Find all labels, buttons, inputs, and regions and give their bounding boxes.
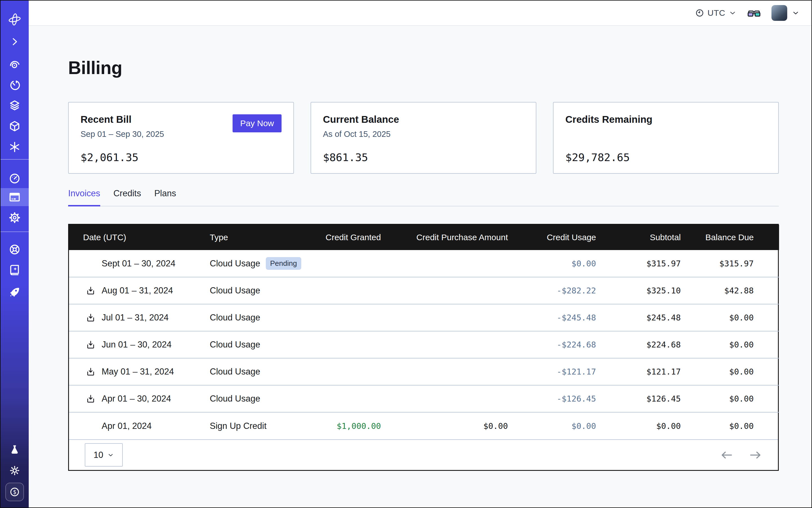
sidebar: $ xyxy=(1,1,29,507)
gauge-icon[interactable] xyxy=(1,172,29,185)
chevron-down-icon xyxy=(792,9,800,17)
arrow-left-icon xyxy=(720,450,733,460)
gear-icon[interactable] xyxy=(1,211,29,224)
chevron-right-icon[interactable] xyxy=(1,35,29,48)
col-date: Date (UTC) xyxy=(69,225,210,250)
credits-remaining-card: Credits Remaining $29,782.65 xyxy=(553,102,779,174)
view-mode-button[interactable] xyxy=(747,8,761,18)
rocket-icon[interactable] xyxy=(1,285,29,298)
subtotal: $245.48 xyxy=(596,304,681,331)
tab-plans[interactable]: Plans xyxy=(154,188,176,206)
book-icon[interactable] xyxy=(1,263,29,277)
table-footer: 10 xyxy=(69,439,778,470)
invoice-row: Apr 01 – 30, 2024 Cloud Usage -$126.45 $… xyxy=(69,385,779,412)
download-invoice-button[interactable] xyxy=(86,286,95,295)
credit-granted: $1,000.00 xyxy=(303,412,381,439)
tab-invoices[interactable]: Invoices xyxy=(68,188,100,206)
balance-due: $0.00 xyxy=(681,412,779,439)
col-balance-due: Balance Due xyxy=(681,225,779,250)
pagination-controls xyxy=(720,450,762,460)
timezone-selector[interactable]: UTC xyxy=(695,8,736,18)
subtotal: $0.00 xyxy=(596,412,681,439)
card-title: Current Balance xyxy=(323,114,524,125)
user-menu[interactable] xyxy=(771,5,800,21)
spiral-icon[interactable] xyxy=(1,58,29,72)
credit-usage: $0.00 xyxy=(508,250,596,277)
invoice-date: Jul 01 – 31, 2024 xyxy=(102,312,169,323)
sidebar-divider xyxy=(1,159,29,160)
credits-status-button[interactable]: $ xyxy=(5,483,24,501)
balance-due: $315.97 xyxy=(681,250,779,277)
timezone-label: UTC xyxy=(708,8,725,18)
arrow-right-icon xyxy=(749,450,762,460)
page-title: Billing xyxy=(68,57,779,78)
history-icon[interactable] xyxy=(1,78,29,92)
subtotal: $325.10 xyxy=(596,277,681,304)
recent-bill-amount: $2,061.35 xyxy=(81,151,282,164)
invoice-type: Cloud Usage xyxy=(210,367,260,377)
download-invoice-button[interactable] xyxy=(86,394,95,404)
invoice-type: Cloud Usage xyxy=(210,286,260,295)
download-invoice-button[interactable] xyxy=(86,340,95,349)
invoice-date: Apr 01 – 30, 2024 xyxy=(102,394,171,404)
layers-icon[interactable] xyxy=(1,98,29,112)
credit-usage: -$126.45 xyxy=(508,385,596,412)
orbit-logo-icon[interactable] xyxy=(1,13,29,26)
sun-icon[interactable] xyxy=(1,464,29,477)
invoice-row: Apr 01, 2024 Sign Up Credit $1,000.00 $0… xyxy=(69,412,779,439)
current-balance-amount: $861.35 xyxy=(323,151,524,164)
col-type: Type xyxy=(210,225,303,250)
sidebar-item-billing[interactable] xyxy=(1,188,29,206)
credit-card-icon xyxy=(8,190,21,204)
credit-usage: -$282.22 xyxy=(508,277,596,304)
current-balance-card: Current Balance As of Oct 15, 2025 $861.… xyxy=(310,102,537,174)
svg-text:$: $ xyxy=(13,489,16,495)
status-badge: Pending xyxy=(266,257,301,270)
table-header-row: Date (UTC) Type Credit Granted Credit Pu… xyxy=(69,225,779,250)
balance-due: $0.00 xyxy=(681,304,779,331)
invoice-date: May 01 – 31, 2024 xyxy=(102,367,174,377)
col-subtotal: Subtotal xyxy=(596,225,681,250)
invoice-type: Cloud Usage xyxy=(210,312,260,323)
download-invoice-button[interactable] xyxy=(86,313,95,323)
subtotal: $121.17 xyxy=(596,358,681,385)
credit-usage: $0.00 xyxy=(508,412,596,439)
balance-due: $0.00 xyxy=(681,385,779,412)
subtotal: $315.97 xyxy=(596,250,681,277)
sidebar-divider xyxy=(1,231,29,232)
balance-due: $0.00 xyxy=(681,331,779,358)
glasses-icon xyxy=(747,8,761,18)
download-invoice-button[interactable] xyxy=(86,367,95,377)
card-title: Credits Remaining xyxy=(565,114,766,125)
app-window: $ UTC xyxy=(0,0,812,508)
tab-credits[interactable]: Credits xyxy=(114,188,141,206)
clock-icon xyxy=(695,8,704,17)
flask-icon[interactable] xyxy=(1,443,29,457)
card-subtitle: As of Oct 15, 2025 xyxy=(323,130,524,139)
wheel-icon[interactable] xyxy=(1,243,29,256)
pay-now-button[interactable]: Pay Now xyxy=(232,114,282,132)
credit-usage: -$121.17 xyxy=(508,358,596,385)
dollar-badge-icon: $ xyxy=(9,486,20,498)
invoice-date: Aug 01 – 31, 2024 xyxy=(102,286,173,296)
invoice-row: Sept 01 – 30, 2024 Cloud UsagePending $0… xyxy=(69,250,779,277)
previous-page-button[interactable] xyxy=(720,450,733,460)
next-page-button[interactable] xyxy=(749,450,762,460)
page-size-select[interactable]: 10 xyxy=(85,443,123,467)
chevron-down-icon xyxy=(107,452,114,458)
asterisk-icon[interactable] xyxy=(1,140,29,154)
invoice-row: Aug 01 – 31, 2024 Cloud Usage -$282.22 $… xyxy=(69,277,779,304)
invoices-table: Date (UTC) Type Credit Granted Credit Pu… xyxy=(68,224,779,471)
download-icon xyxy=(86,340,95,349)
billing-page: Billing Recent Bill Sep 01 – Sep 30, 202… xyxy=(29,26,811,471)
col-credit-usage: Credit Usage xyxy=(508,225,596,250)
billing-tabs: Invoices Credits Plans xyxy=(68,188,779,206)
invoice-type: Cloud Usage xyxy=(210,258,260,269)
balance-due: $0.00 xyxy=(681,358,779,385)
download-icon xyxy=(86,394,95,404)
credit-purchase-amount: $0.00 xyxy=(381,412,508,439)
credits-remaining-amount: $29,782.65 xyxy=(565,151,766,164)
invoice-date: Sept 01 – 30, 2024 xyxy=(102,258,175,269)
cube-icon[interactable] xyxy=(1,119,29,133)
credit-usage: -$224.68 xyxy=(508,331,596,358)
